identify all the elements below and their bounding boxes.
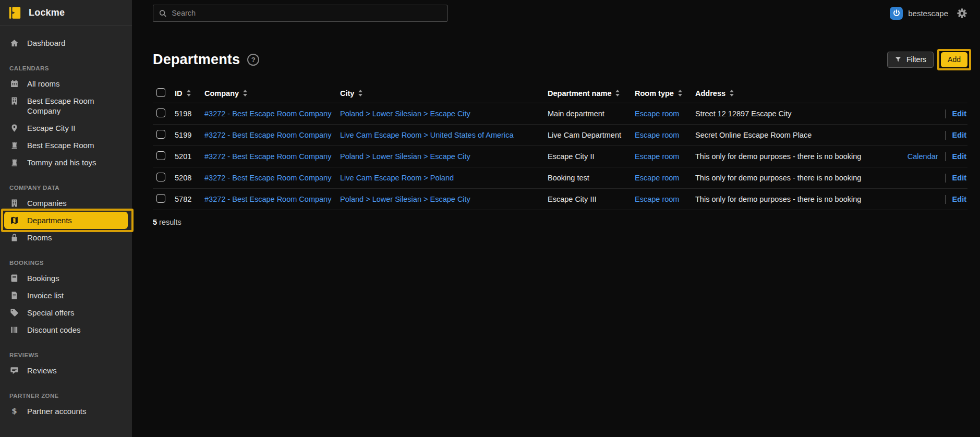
cell-address: This only for demo purposes - there is n… xyxy=(695,174,889,182)
city-link[interactable]: Poland > Lower Silesian > Escape City xyxy=(340,152,470,161)
table-header-row: ID Company City Department name Room typ… xyxy=(153,83,967,103)
sidebar-item-special-offers[interactable]: Special offers xyxy=(4,304,128,321)
edit-link[interactable]: Edit xyxy=(952,195,966,203)
main-area: bestescape Departments ? Filters Add xyxy=(132,0,980,437)
room-type-link[interactable]: Escape room xyxy=(635,195,679,203)
page-title: Departments xyxy=(153,52,240,68)
filters-button[interactable]: Filters xyxy=(887,52,934,68)
table-row: 5198 #3272 - Best Escape Room Company Po… xyxy=(153,103,967,125)
select-all-checkbox[interactable] xyxy=(156,88,165,97)
edit-link[interactable]: Edit xyxy=(952,174,966,182)
edit-link[interactable]: Edit xyxy=(952,131,966,139)
sidebar-item-rooms[interactable]: Rooms xyxy=(4,229,128,246)
dollar-icon xyxy=(9,406,19,416)
edit-link[interactable]: Edit xyxy=(952,110,966,118)
chat-icon xyxy=(9,366,19,375)
column-header-address[interactable]: Address xyxy=(695,89,889,98)
company-link[interactable]: #3272 - Best Escape Room Company xyxy=(204,152,331,161)
search-input[interactable] xyxy=(172,9,442,17)
invoice-icon xyxy=(9,290,19,300)
sidebar-item-companies[interactable]: Companies xyxy=(4,195,128,212)
app-logo[interactable]: Lockme xyxy=(0,0,132,26)
lock-icon xyxy=(9,233,19,242)
search-icon xyxy=(159,9,167,18)
sort-icon[interactable] xyxy=(243,90,247,96)
cell-id: 5782 xyxy=(175,195,204,203)
company-link[interactable]: #3272 - Best Escape Room Company xyxy=(204,131,331,139)
room-type-link[interactable]: Escape room xyxy=(635,152,679,161)
cell-department-name: Booking test xyxy=(548,174,635,182)
column-header-id[interactable]: ID xyxy=(175,89,204,98)
departments-table: ID Company City Department name Room typ… xyxy=(153,83,967,210)
sidebar-item-escape-city-ii[interactable]: Escape City II xyxy=(4,119,128,137)
sort-icon[interactable] xyxy=(187,90,191,96)
table-body: 5198 #3272 - Best Escape Room Company Po… xyxy=(153,103,967,210)
city-link[interactable]: Poland > Lower Silesian > Escape City xyxy=(340,110,470,118)
actions-divider xyxy=(945,174,946,183)
head-actions: Filters Add xyxy=(887,52,967,68)
company-link[interactable]: #3272 - Best Escape Room Company xyxy=(204,195,331,203)
city-link[interactable]: Poland > Lower Silesian > Escape City xyxy=(340,195,470,203)
cell-address: This only for demo purposes - there is n… xyxy=(695,195,889,203)
user-menu[interactable]: bestescape xyxy=(890,7,948,20)
sidebar-item-invoice-list[interactable]: Invoice list xyxy=(4,287,128,304)
sidebar-item-tommy-and-his-toys[interactable]: Tommy and his toys xyxy=(4,154,128,171)
sidebar-section-reviews: REVIEWS xyxy=(4,349,128,362)
help-icon[interactable]: ? xyxy=(247,54,259,66)
room-type-link[interactable]: Escape room xyxy=(635,110,679,118)
row-actions: Calendar Edit xyxy=(889,152,967,161)
row-checkbox[interactable] xyxy=(156,194,165,203)
calendar-link[interactable]: Calendar xyxy=(908,152,938,161)
row-checkbox[interactable] xyxy=(156,108,165,117)
sort-icon[interactable] xyxy=(615,90,620,96)
funnel-icon xyxy=(894,56,902,63)
sidebar-item-departments[interactable]: Departments xyxy=(4,212,128,229)
column-header-city[interactable]: City xyxy=(340,89,548,98)
table-row: 5199 #3272 - Best Escape Room Company Li… xyxy=(153,125,967,146)
sidebar-item-reviews[interactable]: Reviews xyxy=(4,362,128,379)
cell-id: 5208 xyxy=(175,174,204,182)
company-link[interactable]: #3272 - Best Escape Room Company xyxy=(204,174,331,182)
actions-divider xyxy=(945,131,946,140)
city-link[interactable]: Live Cam Escape Room > Poland xyxy=(340,174,454,182)
table-row: 5201 #3272 - Best Escape Room Company Po… xyxy=(153,146,967,167)
row-actions: Edit xyxy=(889,195,967,204)
book-icon xyxy=(9,273,19,283)
sidebar-item-dashboard[interactable]: Dashboard xyxy=(4,34,128,52)
search-box xyxy=(153,5,447,22)
column-header-department-name[interactable]: Department name xyxy=(548,89,635,98)
cell-address: Street 12 12897 Escape City xyxy=(695,110,889,118)
sidebar-section-partner-zone: PARTNER ZONE xyxy=(4,390,128,403)
actions-divider xyxy=(945,195,946,204)
sidebar-item-all-rooms[interactable]: All rooms xyxy=(4,75,128,92)
column-header-company[interactable]: Company xyxy=(204,89,340,98)
cell-id: 5201 xyxy=(175,152,204,161)
column-header-room-type[interactable]: Room type xyxy=(635,89,695,98)
sidebar-section-bookings: BOOKINGS xyxy=(4,257,128,270)
sort-icon[interactable] xyxy=(730,90,734,96)
user-avatar-icon xyxy=(890,7,903,20)
row-checkbox[interactable] xyxy=(156,151,165,160)
sidebar-item-best-escape-room-company[interactable]: Best Escape Room Company xyxy=(4,92,128,119)
sidebar: Lockme Dashboard CALENDARS All rooms xyxy=(0,0,132,437)
settings-gear-icon[interactable] xyxy=(957,8,967,19)
cell-address: This only for demo purposes - there is n… xyxy=(695,152,889,161)
sidebar-item-discount-codes[interactable]: Discount codes xyxy=(4,321,128,338)
add-button[interactable]: Add xyxy=(941,52,967,67)
building-icon xyxy=(9,96,19,106)
row-checkbox[interactable] xyxy=(156,173,165,181)
city-link[interactable]: Live Cam Escape Room > United States of … xyxy=(340,131,513,139)
company-link[interactable]: #3272 - Best Escape Room Company xyxy=(204,110,331,118)
sidebar-item-partner-accounts[interactable]: Partner accounts xyxy=(4,403,128,420)
sidebar-item-bookings[interactable]: Bookings xyxy=(4,270,128,287)
sidebar-item-best-escape-room[interactable]: Best Escape Room xyxy=(4,137,128,154)
sort-icon[interactable] xyxy=(678,90,682,96)
room-type-link[interactable]: Escape room xyxy=(635,131,679,139)
tag-icon xyxy=(9,308,19,318)
room-type-link[interactable]: Escape room xyxy=(635,174,679,182)
edit-link[interactable]: Edit xyxy=(952,152,966,161)
home-icon xyxy=(9,38,19,48)
sort-icon[interactable] xyxy=(358,90,362,96)
row-checkbox[interactable] xyxy=(156,130,165,139)
cell-department-name: Escape City II xyxy=(548,152,635,161)
